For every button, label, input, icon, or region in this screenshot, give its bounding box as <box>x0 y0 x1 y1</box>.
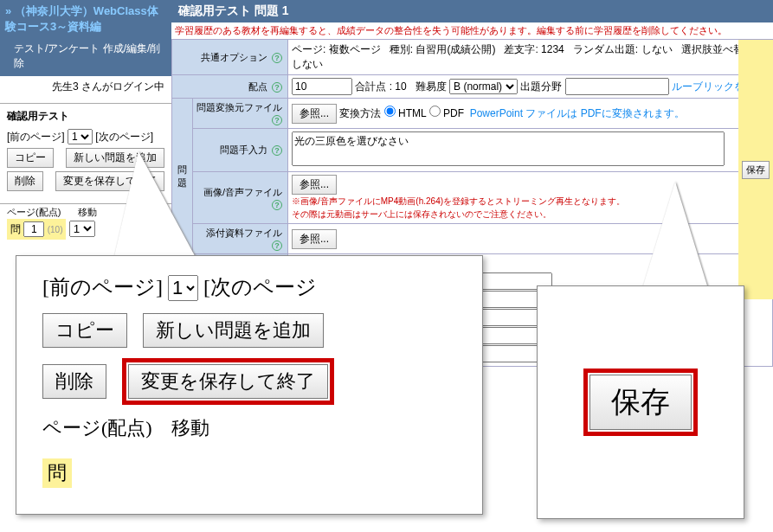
field-input[interactable] <box>565 78 669 95</box>
delete-button[interactable]: 削除 <box>7 171 43 191</box>
help-icon[interactable]: ? <box>272 82 282 93</box>
highlight-box: 変更を保存して終了 <box>122 358 334 405</box>
page-select[interactable]: 1 <box>68 129 93 144</box>
help-icon[interactable]: ? <box>272 145 282 156</box>
test-name: 確認用テスト <box>7 109 164 124</box>
warning-text: 学習履歴のある教材を再編集すると、成績データの整合性を失う可能性があります。編集… <box>171 22 773 39</box>
convert-file-label: 問題変換元ファイル ? <box>193 99 288 129</box>
page-list-header-left: ページ(配点) <box>7 207 61 217</box>
pdf-radio-label[interactable]: PDF <box>429 107 464 119</box>
common-opts-row: ページ: 複数ページ 種別: 自習用(成績公開) 差支字: 1234 ランダム出… <box>288 40 773 75</box>
callout-tail <box>641 182 710 294</box>
ppt-note: PowerPoint ファイルは PDFに変換されます。 <box>470 107 685 119</box>
move-select[interactable]: 1 <box>69 221 95 237</box>
page-num-input[interactable] <box>23 221 44 237</box>
difficulty-select[interactable]: B (normal) <box>449 79 518 94</box>
media-note1: ※画像/音声ファイルにMP4動画(h.264)を登録するとストリーミング再生とな… <box>292 196 625 206</box>
callout-tail <box>113 151 199 264</box>
help-icon[interactable]: ? <box>272 240 282 251</box>
save-sidebar: 保存 <box>738 40 773 299</box>
copy-button[interactable]: コピー <box>7 148 54 168</box>
media-note2: その際は元動画はサーバ上には保存されないのでご注意ください。 <box>292 209 551 219</box>
media-file-label: 画像/音声ファイル ? <box>193 172 288 224</box>
prev-page-link[interactable]: [前のページ] <box>7 131 65 143</box>
course-title: » （神奈川大学）WebClass体験コース3～資料編 <box>0 0 171 38</box>
help-icon[interactable]: ? <box>272 53 282 63</box>
attach-label: 添付資料ファイル ? <box>193 224 288 254</box>
copy-button-big[interactable]: コピー <box>42 313 127 348</box>
manual-input-label: 問題手入力 ? <box>193 129 288 172</box>
browse-button[interactable]: 参照... <box>292 104 337 124</box>
save-button[interactable]: 保存 <box>742 161 770 179</box>
score-row: 合計点 : 10 難易度 B (normal) 出題分野 ルーブリックを編集 <box>288 75 773 99</box>
page-nav-row: [前のページ] 1 [次のページ] <box>7 129 164 144</box>
page-row: 問 (10) <box>7 219 66 240</box>
score-label: 配点 ? <box>172 75 288 99</box>
next-page-link[interactable]: [次のページ] <box>95 131 153 143</box>
highlight-box: 保存 <box>583 369 698 436</box>
save-button-big[interactable]: 保存 <box>589 375 692 430</box>
sub-nav: テスト/アンケート 作成/編集/削除 <box>0 38 171 76</box>
callout-right: 保存 <box>537 285 744 519</box>
browse-media-button[interactable]: 参照... <box>292 175 337 195</box>
html-radio[interactable] <box>384 106 396 117</box>
convert-file-row: 参照... 変換方法 HTML PDF PowerPoint ファイルは PDF… <box>288 99 773 129</box>
callout-left: [前のページ] 1 [次のページ コピー 新しい問題を追加 削除 変更を保存して… <box>16 255 483 515</box>
delete-button-big[interactable]: 削除 <box>42 364 106 399</box>
question-textarea[interactable]: 光の三原色を選びなさい <box>292 131 725 166</box>
help-icon[interactable]: ? <box>272 200 282 210</box>
score-input[interactable] <box>292 78 352 95</box>
page-select-big[interactable]: 1 <box>168 275 198 301</box>
page-list-header-right: 移動 <box>78 207 97 217</box>
save-exit-button-big[interactable]: 変更を保存して終了 <box>128 364 328 399</box>
common-opts-label: 共通オプション ? <box>172 40 288 75</box>
html-radio-label[interactable]: HTML <box>384 107 427 119</box>
add-button-big[interactable]: 新しい問題を追加 <box>143 313 324 348</box>
course-link[interactable]: » （神奈川大学）WebClass体験コース3～資料編 <box>5 4 158 33</box>
next-page-big[interactable]: [次のページ <box>203 276 317 298</box>
browse-attach-button[interactable]: 参照... <box>292 229 337 249</box>
pdf-radio[interactable] <box>429 106 441 117</box>
main-title: 確認用テスト 問題 1 <box>171 0 773 22</box>
prev-page-big[interactable]: [前のページ] <box>42 276 163 298</box>
login-status: 先生3 さんがログイン中 <box>0 76 171 98</box>
help-icon[interactable]: ? <box>272 115 282 125</box>
